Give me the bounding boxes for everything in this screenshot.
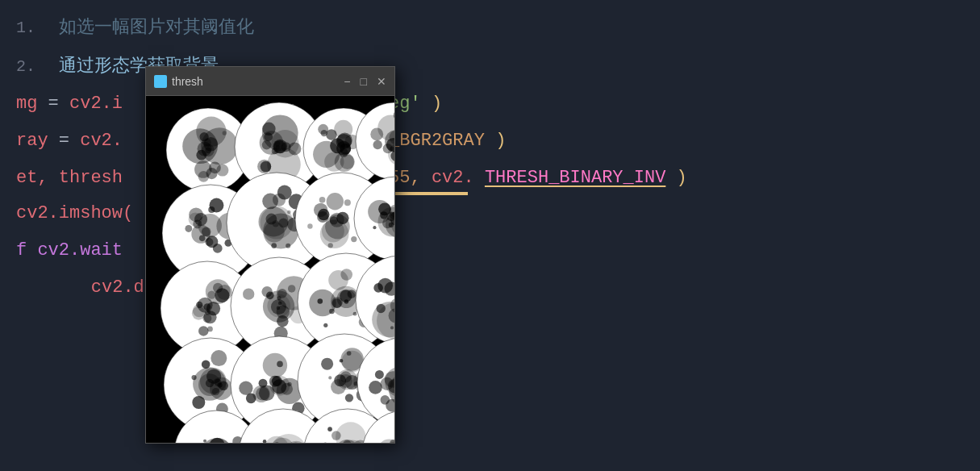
close-button[interactable]: ✕ (377, 76, 386, 87)
maximize-button[interactable]: □ (361, 76, 367, 87)
line-number-2: 2. (16, 57, 35, 76)
window-app-icon (154, 75, 167, 88)
thresh-window[interactable]: thresh − □ ✕ (145, 66, 395, 444)
window-titlebar: thresh − □ ✕ (146, 67, 394, 96)
window-title: thresh (172, 75, 344, 88)
window-controls[interactable]: − □ ✕ (344, 76, 386, 87)
code-text-1: 如选一幅图片对其阈值化 (59, 16, 254, 36)
threshold-image-canvas (146, 96, 394, 443)
thresh-binary-inv: THRESH_BINARY_INV (485, 168, 665, 188)
line-number-1: 1. (16, 19, 35, 37)
minimize-button[interactable]: − (344, 76, 350, 87)
code-line-1: 1. 如选一幅图片对其阈值化 (16, 8, 964, 47)
code-mg: mg (16, 94, 37, 114)
window-image-content (146, 96, 394, 443)
